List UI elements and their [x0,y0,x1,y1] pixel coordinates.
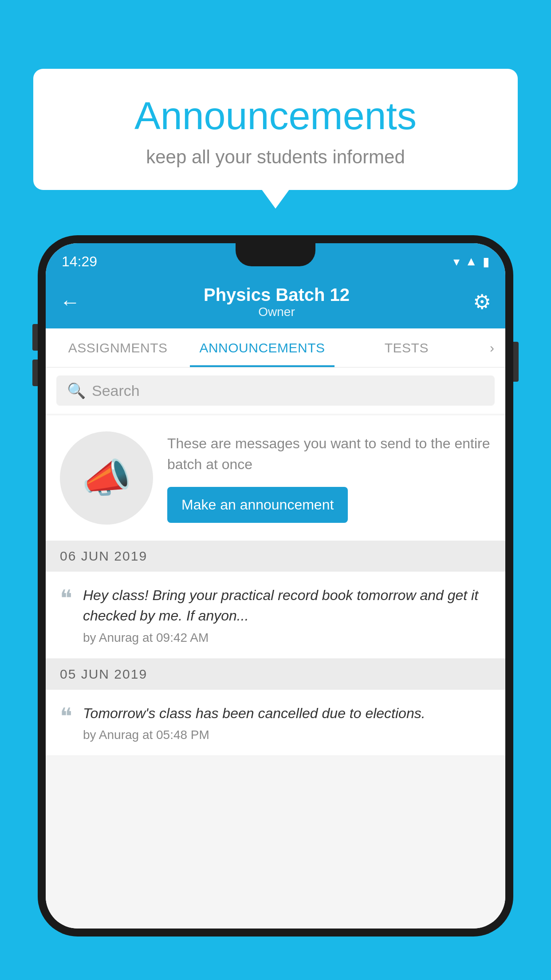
search-input[interactable]: Search [92,382,140,399]
speech-bubble-container: Announcements keep all your students inf… [33,69,518,190]
phone-outer: 14:29 ▾ ▲ ▮ ← Physics Batch 12 Owner ⚙ [38,235,513,937]
app-header: ← Physics Batch 12 Owner ⚙ [46,275,505,328]
tab-tests[interactable]: TESTS [335,328,479,367]
volume-down-button [32,360,38,386]
empty-state: 📣 These are messages you want to send to… [46,415,505,541]
status-icons: ▾ ▲ ▮ [453,254,489,269]
date-separator-2: 05 JUN 2019 [46,659,505,690]
search-box[interactable]: 🔍 Search [56,375,495,406]
megaphone-circle: 📣 [60,431,153,525]
tabs-bar: ASSIGNMENTS ANNOUNCEMENTS TESTS › [46,328,505,368]
date-separator-1: 06 JUN 2019 [46,541,505,572]
wifi-icon: ▾ [453,254,460,269]
announcement-text-1: Hey class! Bring your practical record b… [83,585,491,626]
make-announcement-button[interactable]: Make an announcement [167,487,348,523]
power-button [513,342,519,382]
volume-up-button [32,324,38,351]
speech-bubble: Announcements keep all your students inf… [33,69,518,190]
tab-assignments[interactable]: ASSIGNMENTS [46,328,190,367]
back-button[interactable]: ← [60,290,80,314]
announcement-content-2: Tomorrow's class has been cancelled due … [83,703,491,742]
announcement-meta-1: by Anurag at 09:42 AM [83,631,491,645]
search-icon: 🔍 [67,382,86,399]
empty-state-right: These are messages you want to send to t… [167,433,491,523]
search-container: 🔍 Search [46,368,505,414]
bubble-title: Announcements [60,93,491,138]
battery-icon: ▮ [483,254,489,269]
settings-icon[interactable]: ⚙ [473,290,491,314]
phone-notch [236,243,315,266]
header-center: Physics Batch 12 Owner [204,285,350,319]
phone-wrapper: 14:29 ▾ ▲ ▮ ← Physics Batch 12 Owner ⚙ [38,235,513,980]
announcement-item-2[interactable]: ❝ Tomorrow's class has been cancelled du… [46,690,505,756]
quote-icon-2: ❝ [60,705,72,728]
content-area: 🔍 Search 📣 These are messages you want t… [46,368,505,929]
status-time: 14:29 [62,253,97,270]
tab-more-button[interactable]: › [479,328,505,367]
announcement-content-1: Hey class! Bring your practical record b… [83,585,491,645]
bubble-subtitle: keep all your students informed [60,146,491,168]
phone-screen: 14:29 ▾ ▲ ▮ ← Physics Batch 12 Owner ⚙ [46,243,505,929]
announcement-item-1[interactable]: ❝ Hey class! Bring your practical record… [46,572,505,659]
tab-announcements[interactable]: ANNOUNCEMENTS [190,328,334,367]
header-title: Physics Batch 12 [204,285,350,305]
announcement-text-2: Tomorrow's class has been cancelled due … [83,703,491,723]
megaphone-icon: 📣 [82,455,131,502]
empty-state-description: These are messages you want to send to t… [167,433,491,474]
signal-icon: ▲ [465,254,477,269]
quote-icon-1: ❝ [60,587,72,610]
announcement-meta-2: by Anurag at 05:48 PM [83,728,491,742]
header-subtitle: Owner [204,305,350,319]
